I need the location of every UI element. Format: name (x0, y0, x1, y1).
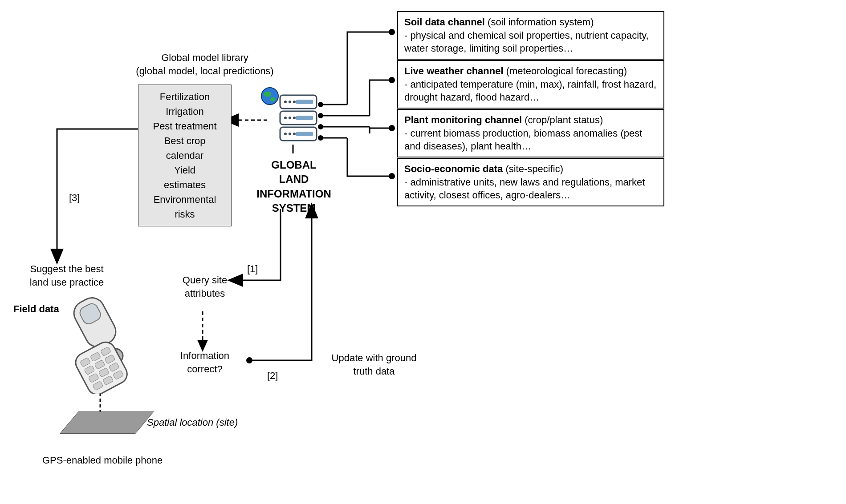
query-label: Query site attributes (176, 274, 234, 300)
channel-title: Socio-economic data (404, 163, 503, 174)
suggest-l1: Suggest the best (20, 262, 114, 276)
channel-socio: Socio-economic data (site-specific) - ad… (397, 158, 664, 206)
model-item: Irrigation (152, 104, 218, 119)
model-outputs-box: Fertilization Irrigation Pest treatment … (138, 85, 232, 226)
model-item: Yield estimates (152, 163, 218, 192)
info-l2: correct? (176, 363, 234, 376)
svg-point-18 (246, 357, 252, 363)
glis-l3: SYSTEM (240, 201, 347, 215)
svg-point-36 (293, 133, 296, 135)
channel-title: Plant monitoring channel (404, 114, 522, 125)
library-title: Global model library (global model, loca… (116, 51, 294, 77)
channel-plant: Plant monitoring channel (crop/plant sta… (397, 109, 664, 157)
channel-paren: (soil information system) (488, 16, 594, 28)
channel-body: - anticipated temperature (min, max), ra… (404, 79, 656, 103)
channel-soil: Soil data channel (soil information syst… (397, 11, 664, 60)
channel-paren: (site-specific) (505, 163, 563, 174)
channel-body: - physical and chemical soil properties,… (404, 30, 649, 54)
glis-l2: LAND INFORMATION (240, 172, 347, 201)
channel-body: - current biomass production, biomass an… (404, 128, 642, 152)
model-item: Pest treatment (152, 119, 218, 133)
model-item: Environmental risks (152, 192, 218, 222)
svg-point-29 (289, 101, 291, 103)
library-title-line2: (global model, local predictions) (116, 65, 294, 78)
svg-point-5 (318, 102, 323, 107)
site-plate-shape (60, 411, 154, 434)
channel-paren: (meteorological forecasting) (506, 65, 627, 77)
update-label: Update with ground truth data (325, 351, 423, 378)
suggest-label: Suggest the best land use practice (20, 262, 114, 289)
library-title-line1: Global model library (116, 51, 294, 65)
info-l1: Information (176, 349, 234, 363)
svg-point-32 (289, 117, 291, 119)
channel-paren: (crop/plant status) (525, 114, 603, 125)
svg-point-4 (389, 173, 395, 179)
channel-weather: Live weather channel (meteorological for… (397, 60, 664, 109)
query-l1: Query site (176, 274, 234, 287)
svg-point-35 (289, 133, 291, 135)
gps-caption: GPS-enabled mobile phone (42, 454, 163, 467)
query-l2: attributes (176, 287, 234, 300)
update-l1: Update with ground (325, 351, 423, 365)
step1-label: [1] (247, 262, 258, 276)
svg-point-10 (318, 124, 323, 129)
svg-rect-27 (296, 132, 313, 136)
svg-point-2 (389, 77, 395, 83)
field-data-label: Field data (13, 302, 59, 316)
channel-body: - administrative units, new laws and reg… (404, 177, 645, 201)
globe-icon (260, 87, 279, 107)
model-item: Fertilization (152, 89, 218, 104)
spatial-location-label: Spatial location (site) (147, 416, 238, 429)
model-item: Best crop calendar (152, 133, 218, 163)
svg-point-33 (293, 117, 296, 119)
svg-point-28 (284, 101, 287, 103)
suggest-l2: land use practice (20, 276, 114, 289)
svg-rect-25 (296, 100, 313, 104)
update-l2: truth data (325, 365, 423, 378)
svg-point-13 (318, 135, 323, 141)
svg-point-1 (389, 29, 395, 35)
step3-label: [3] (69, 191, 80, 205)
svg-rect-26 (296, 116, 313, 120)
flip-phone-icon (56, 296, 145, 395)
channel-title: Soil data channel (404, 16, 485, 28)
channel-title: Live weather channel (404, 65, 504, 77)
svg-point-7 (318, 113, 323, 118)
svg-point-3 (389, 125, 395, 131)
glis-label: GLOBAL LAND INFORMATION SYSTEM (240, 158, 347, 216)
info-correct-label: Information correct? (176, 349, 234, 375)
svg-point-31 (284, 117, 287, 119)
svg-point-30 (293, 101, 296, 103)
server-icon (278, 93, 318, 144)
svg-point-34 (284, 133, 287, 135)
glis-l1: GLOBAL (240, 158, 347, 172)
step2-label: [2] (267, 369, 278, 383)
